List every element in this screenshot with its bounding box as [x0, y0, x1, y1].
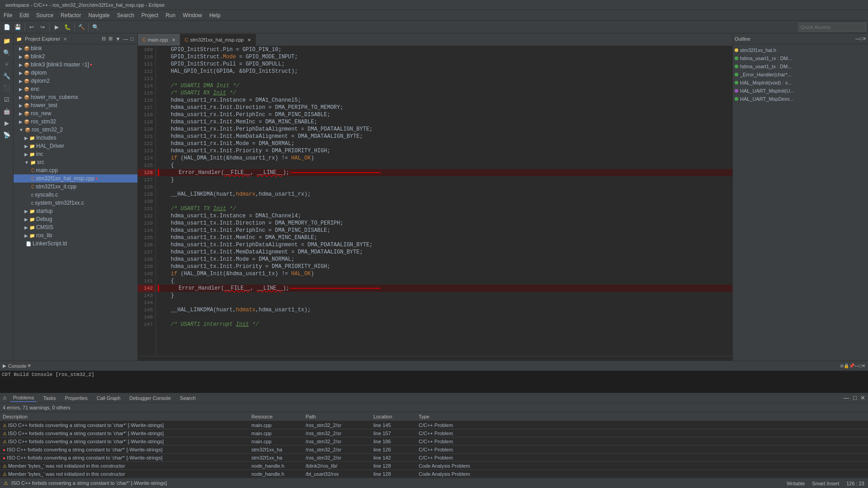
tab-close-main[interactable]: ✕	[172, 38, 175, 42]
tab-main-cpp[interactable]: C main.cpp ✕	[138, 34, 180, 46]
problem-row-6[interactable]: ⚠ Member 'bytes_' was not initialized in…	[0, 462, 868, 470]
problem-row-3[interactable]: ⚠ ISO C++ forbids converting a string co…	[0, 437, 868, 446]
toolbar-search[interactable]: 🔍	[90, 22, 100, 32]
toolbar-build[interactable]: 🔨	[76, 22, 86, 32]
menu-run[interactable]: Run	[162, 11, 179, 19]
pe-item-diplom[interactable]: ▶ 📦 diplom	[14, 69, 137, 77]
menu-file[interactable]: File	[0, 11, 16, 19]
menu-help[interactable]: Help	[206, 11, 224, 19]
pe-expand[interactable]: ⊞	[108, 36, 113, 42]
toolbar-redo[interactable]: ↪	[38, 22, 47, 32]
pe-item-startup[interactable]: ▶ 📁 startup	[14, 207, 137, 215]
code-content[interactable]: GPIO_InitStruct.Pin = GPIO_PIN_10; GPIO_…	[156, 46, 732, 356]
pe-item-blink2[interactable]: ▶ 📦 blink2	[14, 52, 137, 61]
rp-item-uart-msp-init[interactable]: HAL_UART_MspInit(U...	[735, 87, 866, 95]
pe-item-diplom2[interactable]: ▶ 📦 diplom2	[14, 77, 137, 85]
toolbar-new[interactable]: 📄	[2, 22, 12, 32]
pe-item-debug[interactable]: ▶ 📁 Debug	[14, 215, 137, 223]
console-pin[interactable]: 📌	[849, 363, 854, 368]
pe-item-linker[interactable]: 📄 LinkerScript.ld	[14, 239, 137, 248]
pe-item-msp-cpp[interactable]: C stm32f1xx_hal_msp.cpp ●	[14, 174, 137, 183]
problem-row-7[interactable]: ⚠ Member 'bytes_' was not initialized in…	[0, 470, 868, 478]
rp-item-hal-msp-init[interactable]: HAL_MspInit(void) : v...	[735, 79, 866, 87]
pe-item-blink3[interactable]: ▶ 📦 blink3 [blink3 master ↑1] ●	[14, 61, 137, 69]
problem-row-5[interactable]: ● ISO C++ forbids converting a string co…	[0, 454, 868, 462]
menu-window[interactable]: Window	[179, 11, 206, 19]
code-editor: 109 110 111 112 113 114 115 116 117 118 …	[138, 46, 732, 356]
pe-item-system[interactable]: c system_stm32f1xx.c	[14, 199, 137, 207]
toolbar-debug[interactable]: 🐛	[62, 22, 72, 32]
rp-item-uart-msp-deinit[interactable]: HAL_UART_MspDeini...	[735, 95, 866, 103]
pe-item-src[interactable]: ▼ 📁 src	[14, 158, 137, 166]
toolbar-undo[interactable]: ↩	[27, 22, 37, 32]
problems-close[interactable]: ✕	[860, 394, 865, 401]
quick-access-input[interactable]	[798, 23, 866, 32]
side-icon-explorer[interactable]: 📁	[1, 35, 12, 46]
file-icon: c	[31, 201, 33, 206]
pe-item-ros-stm32[interactable]: ▶ 📦 ros_stm32	[14, 117, 137, 126]
pe-item-ros-stm32-2[interactable]: ▼ 📦 ros_stm32_2	[14, 126, 137, 134]
rp-close[interactable]: ✕	[863, 36, 866, 41]
pe-item-ros-new[interactable]: ▶ 📦 ros_new	[14, 109, 137, 117]
tab-call-graph[interactable]: Call Graph	[94, 394, 123, 402]
expand-icon: ▼	[19, 127, 24, 132]
rp-item-error-handler[interactable]: _Error_Handler(char*...	[735, 70, 866, 79]
pe-item-enc[interactable]: ▶ 📦 enc	[14, 85, 137, 93]
pe-item-includes[interactable]: ▶ 📁 Includes	[14, 134, 137, 142]
pe-item-ros-lib[interactable]: ▶ 📁 ros_lib	[14, 231, 137, 239]
tab-msp-cpp[interactable]: C stm32f1xx_hal_msp.cpp ✕	[180, 34, 256, 46]
pe-item-blink[interactable]: ▶ 📦 blink	[14, 44, 137, 52]
side-icon-git[interactable]: ⑂	[1, 59, 12, 70]
problem-row-1[interactable]: ⚠ ISO C++ forbids converting a string co…	[0, 421, 868, 429]
pe-max[interactable]: □	[130, 36, 135, 42]
tab-close-msp[interactable]: ✕	[247, 38, 251, 42]
rp-item-hdma-rx[interactable]: hdma_usart1_rx : DM...	[735, 54, 866, 62]
rp-item-hdma-tx[interactable]: hdma_usart1_tx : DM...	[735, 62, 866, 70]
pe-menu[interactable]: ▼	[114, 36, 121, 42]
pe-collapse[interactable]: ⊟	[101, 36, 107, 42]
side-icon-ros[interactable]: 🤖	[1, 106, 12, 117]
side-icon-search[interactable]: 🔍	[1, 47, 12, 58]
pe-item-syscalls[interactable]: c syscalls.c	[14, 191, 137, 199]
console-icon: ▶	[3, 363, 6, 368]
side-icon-terminal[interactable]: ▶	[1, 117, 12, 128]
menu-edit[interactable]: Edit	[16, 11, 33, 19]
toolbar-save[interactable]: 💾	[13, 22, 23, 32]
menu-refactor[interactable]: Refactor	[57, 11, 85, 19]
pe-item-it-cpp[interactable]: C stm32f1xx_it.cpp	[14, 183, 137, 191]
problems-min[interactable]: —	[844, 394, 849, 401]
problem-row-4[interactable]: ● ISO C++ forbids converting a string co…	[0, 446, 868, 454]
console-scroll-lock[interactable]: 🔒	[844, 363, 849, 368]
editor-scrollbar-h[interactable]	[138, 356, 732, 361]
problems-max[interactable]: □	[853, 394, 857, 401]
toolbar-run[interactable]: ▶	[52, 22, 61, 32]
pe-min[interactable]: —	[122, 36, 129, 42]
rp-item-hal-h[interactable]: stm32f1xx_hal.h	[735, 46, 866, 54]
problem-row-2[interactable]: ⚠ ISO C++ forbids converting a string co…	[0, 429, 868, 437]
tab-debugger-console[interactable]: Debugger Console	[127, 394, 174, 402]
pe-item-cmsis[interactable]: ▶ 📁 CMSIS	[14, 223, 137, 231]
menu-project[interactable]: Project	[138, 11, 162, 19]
side-icon-build[interactable]: 🔧	[1, 70, 12, 81]
pe-close[interactable]: ✕	[63, 37, 67, 42]
tab-tasks[interactable]: Tasks	[40, 394, 58, 402]
console-close-btn[interactable]: ✕	[27, 363, 31, 369]
side-icon-debug[interactable]: ⬛	[1, 82, 12, 93]
pe-item-hower-ros[interactable]: ▶ 📦 hower_ros_cubemx	[14, 93, 137, 101]
menu-source[interactable]: Source	[33, 11, 57, 19]
tab-search[interactable]: Search	[177, 394, 198, 402]
menu-navigate[interactable]: Navigate	[85, 11, 113, 19]
pe-item-main-cpp[interactable]: C main.cpp	[14, 166, 137, 174]
pe-item-inc[interactable]: ▶ 📁 inc	[14, 150, 137, 158]
pe-item-hower-test[interactable]: ▶ 📦 hower_test	[14, 101, 137, 109]
console-clear[interactable]: ⊘	[840, 363, 844, 368]
rp-min[interactable]: —	[855, 36, 860, 41]
pe-item-hal-driver[interactable]: ▶ 📁 HAL_Driver	[14, 142, 137, 150]
tab-problems[interactable]: Problems	[10, 394, 37, 402]
side-icon-serial[interactable]: 📡	[1, 129, 12, 140]
console-close[interactable]: ✕	[862, 363, 865, 368]
tab-properties[interactable]: Properties	[62, 394, 90, 402]
side-icon-tasks[interactable]: ☑	[1, 94, 12, 105]
menu-search[interactable]: Search	[113, 11, 138, 19]
console-min[interactable]: —	[854, 363, 859, 368]
